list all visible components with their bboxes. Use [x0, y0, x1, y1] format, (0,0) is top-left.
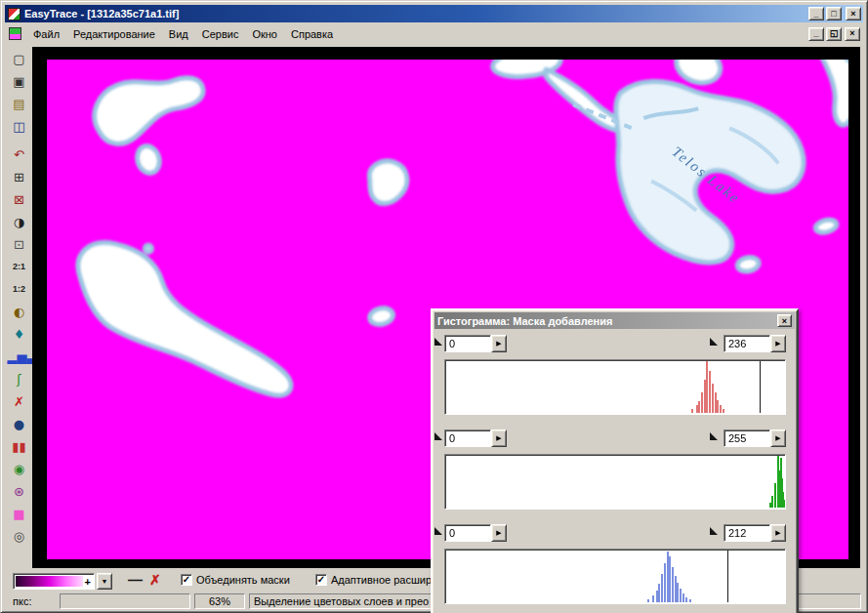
zoom-2-1-icon[interactable]: 2:1 [8, 256, 31, 278]
mdi-restore-button[interactable]: ◱ [826, 27, 842, 41]
range-marker-icon[interactable] [434, 338, 442, 346]
gradient-swatch [16, 576, 83, 587]
adaptive-expand-checkbox[interactable]: ✓ [315, 574, 327, 586]
green-max-spin-arrow-icon[interactable]: ▶ [770, 429, 786, 447]
magnifier-icon[interactable]: ◎ [8, 525, 31, 548]
histogram-plot[interactable] [444, 359, 786, 415]
green-channel-block: 0 ▶ 255 ▶ [433, 429, 797, 517]
merge-masks-label: Объединять маски [196, 574, 290, 586]
mdi-window-controls: _ ◱ × [806, 27, 863, 41]
new-project-icon[interactable]: ▣ [8, 70, 31, 93]
blue-channel-block: 0 ▶ 212 ▶ [433, 524, 797, 612]
red-max-spinner[interactable]: 236 ▶ [723, 335, 786, 352]
app-icon [8, 8, 21, 20]
red-min-spinner[interactable]: 0 ▶ [444, 335, 507, 352]
droplet-icon[interactable]: ● [8, 413, 31, 435]
close-button[interactable]: × [846, 7, 861, 20]
color-wheel-icon[interactable]: ◉ [8, 458, 31, 480]
curves-icon[interactable]: ʃ [8, 368, 31, 390]
dialog-close-button[interactable]: × [777, 314, 792, 327]
histogram-plot[interactable] [444, 454, 786, 510]
delete-mask-icon[interactable]: ✗ [149, 572, 161, 588]
mask-color-combo[interactable]: + [13, 573, 95, 590]
mdi-minimize-button[interactable]: _ [808, 27, 824, 41]
range-marker-icon[interactable] [710, 527, 718, 535]
levels-icon[interactable]: ▮▮ [8, 435, 31, 458]
histogram-icon[interactable]: ▂▅▃ [8, 346, 31, 368]
blue-max-spinner[interactable]: 212 ▶ [723, 524, 786, 542]
adaptive-expand-option: ✓ Адаптивное расшир [315, 574, 432, 586]
histogram-plot[interactable] [444, 549, 786, 604]
left-toolbar: ▢ ▣ ▤ ◫ ↶ ⊞ ⊠ ◑ ⊡ 2:1 1:2 ◐ ♦ ▂▅▃ ʃ ✗ ● … [6, 48, 32, 548]
menu-file[interactable]: Файл [26, 25, 66, 43]
rotate-icon[interactable]: ◑ [8, 211, 31, 233]
menu-edit[interactable]: Редактирование [66, 25, 162, 43]
menu-window[interactable]: Окно [245, 25, 284, 43]
green-max-spinner[interactable]: 255 ▶ [723, 429, 786, 447]
histogram-dialog: Гистограмма: Маска добавления × 0 ▶ 236 … [431, 308, 799, 613]
blue-max-value[interactable]: 212 [723, 524, 770, 542]
menu-help[interactable]: Справка [284, 25, 340, 43]
merge-masks-option: ✓ Объединять маски [181, 574, 290, 586]
adaptive-expand-label: Адаптивное расшир [331, 574, 432, 586]
fill-icon[interactable]: ♦ [8, 323, 31, 346]
green-min-spin-arrow-icon[interactable]: ▶ [491, 429, 507, 447]
red-min-value[interactable]: 0 [444, 335, 491, 352]
blue-min-spinner[interactable]: 0 ▶ [444, 524, 507, 542]
range-marker-icon[interactable] [434, 432, 442, 440]
merge-masks-checkbox[interactable]: ✓ [181, 574, 192, 586]
green-min-value[interactable]: 0 [444, 429, 491, 447]
red-max-spin-arrow-icon[interactable]: ▶ [770, 335, 786, 352]
menu-service[interactable]: Сервис [195, 25, 246, 43]
mdi-close-button[interactable]: × [845, 27, 860, 41]
range-marker-icon[interactable] [434, 527, 442, 535]
dialog-title-bar[interactable]: Гистограмма: Маска добавления × [434, 312, 795, 329]
zoom-1-2-icon[interactable]: 1:2 [8, 278, 31, 301]
dialog-title: Гистограмма: Маска добавления [437, 315, 612, 327]
blue-max-spin-arrow-icon[interactable]: ▶ [770, 524, 786, 542]
window-title: EasyTrace - [1312a35c71a1.tif] [24, 8, 806, 20]
menu-bar: Файл Редактирование Вид Сервис Окно Спра… [5, 23, 863, 44]
crop-icon[interactable]: ⊞ [8, 166, 31, 188]
pixels-label: пкс: [13, 595, 31, 607]
red-channel-block: 0 ▶ 236 ▶ [433, 335, 797, 423]
blue-min-value[interactable]: 0 [444, 524, 491, 542]
document-icon[interactable] [9, 27, 21, 40]
mask-swatch-icon[interactable]: ■ [8, 503, 31, 525]
open-icon[interactable]: ▤ [8, 93, 31, 115]
minimize-button[interactable]: _ [808, 7, 824, 20]
clear-selection-icon[interactable]: ⊠ [8, 188, 31, 211]
menu-view[interactable]: Вид [162, 25, 195, 43]
palette-icon[interactable]: ⊛ [8, 480, 31, 503]
blue-min-spin-arrow-icon[interactable]: ▶ [491, 524, 507, 542]
undo-icon[interactable]: ↶ [8, 143, 31, 166]
coords-panel [60, 593, 190, 609]
title-bar[interactable]: EasyTrace - [1312a35c71a1.tif] _ □ × [5, 5, 863, 22]
green-max-value[interactable]: 255 [723, 429, 770, 447]
add-color-label: + [85, 576, 94, 588]
contrast-icon[interactable]: ◐ [8, 301, 31, 323]
threshold-icon[interactable]: ✗ [8, 390, 31, 413]
save-icon[interactable]: ◫ [8, 115, 31, 138]
maximize-button[interactable]: □ [826, 7, 842, 20]
subtract-mask-icon[interactable]: — [128, 571, 143, 588]
zoom-panel: 63% [194, 593, 245, 609]
red-max-value[interactable]: 236 [723, 335, 770, 352]
marquee-icon[interactable]: ⊡ [8, 233, 31, 256]
app-window: EasyTrace - [1312a35c71a1.tif] _ □ × Фай… [0, 0, 868, 613]
range-marker-icon[interactable] [710, 338, 718, 346]
green-min-spinner[interactable]: 0 ▶ [444, 429, 507, 447]
red-min-spin-arrow-icon[interactable]: ▶ [491, 335, 507, 352]
combo-dropdown-button[interactable]: ▼ [97, 573, 112, 590]
new-document-icon[interactable]: ▢ [8, 48, 31, 70]
range-marker-icon[interactable] [710, 432, 718, 440]
